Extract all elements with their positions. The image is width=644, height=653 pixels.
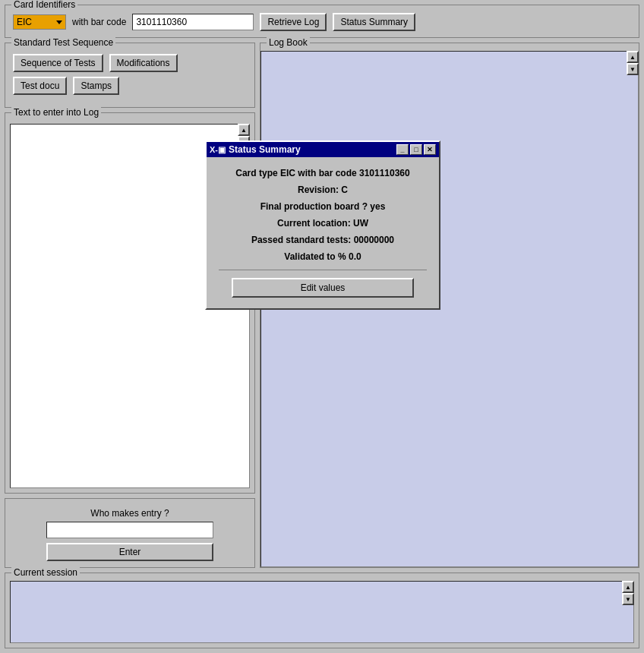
modal-line2: Revision: C <box>219 185 427 195</box>
modal-line5: Passed standard tests: 00000000 <box>219 235 427 245</box>
modal-app-icon: X-▣ <box>210 145 226 155</box>
modal-close-button[interactable]: ✕ <box>424 144 436 155</box>
modal-line6: Validated to % 0.0 <box>219 251 427 262</box>
modal-line3: Final production board ? yes <box>219 201 427 212</box>
modal-restore-button[interactable]: □ <box>410 144 422 155</box>
modal-line4: Current location: UW <box>219 218 427 229</box>
modal-controls: _ □ ✕ <box>396 144 436 155</box>
modal-separator <box>219 270 427 270</box>
modal-line1: Card type EIC with bar code 3101110360 <box>219 168 427 178</box>
edit-values-button[interactable]: Edit values <box>232 278 414 298</box>
modal-titlebar: X-▣ Status Summary _ □ ✕ <box>207 142 439 157</box>
modal-title: Status Summary <box>229 144 396 155</box>
status-summary-dialog: X-▣ Status Summary _ □ ✕ Card type EIC w… <box>205 140 440 310</box>
modal-overlay: X-▣ Status Summary _ □ ✕ Card type EIC w… <box>0 0 644 653</box>
modal-minimize-button[interactable]: _ <box>396 144 409 155</box>
